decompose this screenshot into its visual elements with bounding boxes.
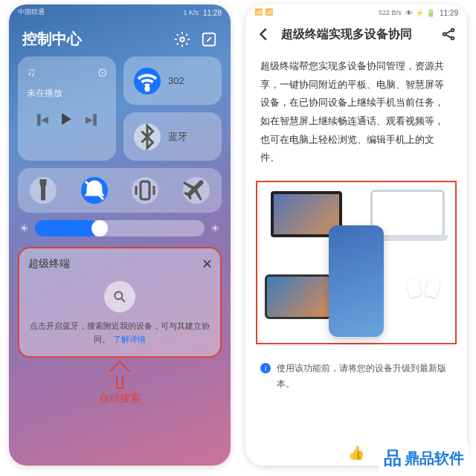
prev-button[interactable]: ▐◀ <box>33 114 48 125</box>
svg-point-2 <box>146 87 149 90</box>
brand-icon: 品 <box>384 446 402 470</box>
brightness-high-icon: ☀ <box>210 222 220 234</box>
play-button[interactable] <box>62 113 71 125</box>
airplane-toggle[interactable] <box>183 177 210 204</box>
share-icon[interactable] <box>440 26 457 42</box>
wifi-toggle[interactable]: 302 <box>123 57 222 105</box>
super-device-title: 超级终端 <box>28 257 211 271</box>
vibrate-toggle[interactable] <box>132 177 158 204</box>
bluetooth-icon <box>134 123 161 150</box>
super-device-detail-screenshot: 📶 📶 522 B/s👁 ⚡ 🔋11:29 超级终端实现多设备协同 超级终端帮您… <box>245 4 467 466</box>
close-icon[interactable]: ✕ <box>202 256 213 272</box>
media-card[interactable]: ♫ ⊙ 未在播放 ▐◀ ▶▌ <box>18 57 116 161</box>
note-text: 使用该功能前，请将您的设备升级到最新版本。 <box>277 361 452 391</box>
media-status: 未在播放 <box>27 87 107 100</box>
phone-device <box>329 225 384 337</box>
annotation-text: 自动搜索 <box>9 392 231 405</box>
page-title: 超级终端实现多设备协同 <box>281 27 431 42</box>
description-text: 超级终端帮您实现多设备协同管理，资源共享，一键协同附近的平板、电脑、智慧屏等设备… <box>245 50 467 175</box>
svg-point-5 <box>443 33 446 36</box>
svg-point-0 <box>180 37 184 42</box>
page-title: 控制中心 <box>22 29 82 49</box>
like-button[interactable]: 👍 <box>348 445 364 461</box>
status-bar: 中国联通 1 K/s11:28 <box>9 4 231 19</box>
super-device-card: 超级终端 ✕ 点击开启蓝牙，搜索附近我的设备，可与其建立协同。 了解详情 <box>18 247 222 358</box>
edit-icon[interactable] <box>201 31 217 48</box>
cast-icon[interactable]: ⊙ <box>97 65 107 80</box>
mute-toggle[interactable] <box>81 177 108 204</box>
svg-point-6 <box>451 29 454 32</box>
control-center-screenshot: 中国联通 1 K/s11:28 控制中心 ♫ ⊙ 未在播放 ▐◀ ▶▌ <box>9 4 231 466</box>
search-button[interactable] <box>104 281 135 312</box>
svg-point-7 <box>451 37 454 40</box>
annotation-arrow <box>109 361 130 382</box>
info-icon: i <box>260 363 271 373</box>
music-icon: ♫ <box>27 65 36 80</box>
brightness-slider[interactable]: ☀ ☀ <box>19 220 220 237</box>
wifi-icon <box>134 68 161 94</box>
svg-rect-3 <box>141 181 149 199</box>
flashlight-toggle[interactable] <box>30 177 57 204</box>
learn-more-link[interactable]: 了解详情 <box>113 335 146 344</box>
svg-point-4 <box>115 292 122 299</box>
back-icon[interactable] <box>256 26 272 42</box>
settings-icon[interactable] <box>174 31 190 48</box>
devices-illustration <box>256 181 457 344</box>
tablet-device <box>265 274 332 319</box>
status-bar: 📶 📶 522 B/s👁 ⚡ 🔋11:29 <box>245 4 467 19</box>
brand-watermark: 品 鼎品软件 <box>379 445 469 472</box>
earbuds-device <box>405 277 442 307</box>
brightness-low-icon: ☀ <box>19 222 29 234</box>
next-button[interactable]: ▶▌ <box>86 114 100 125</box>
bluetooth-toggle[interactable]: 蓝牙 <box>123 112 222 161</box>
